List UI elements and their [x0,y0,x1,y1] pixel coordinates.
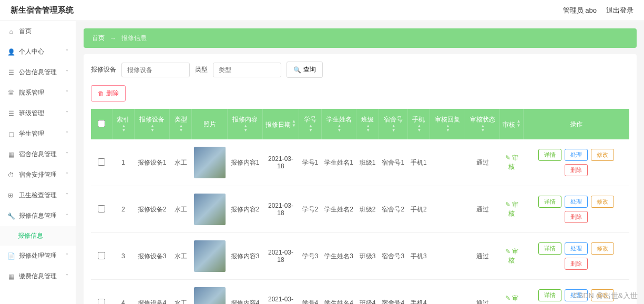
table-header-10[interactable]: 宿舍号▲▼ [379,109,407,139]
cell-status: 通过 [465,233,500,280]
cell-equip: 报修设备2 [135,186,170,233]
sidebar-item-label: 缴费信息管理 [19,272,57,281]
chevron-down-icon: ˅ [66,151,68,157]
cell-phone: 手机1 [407,139,430,186]
admin-label[interactable]: 管理员 abo [563,6,597,15]
sort-icon: ▲▼ [446,124,450,133]
table-header-9[interactable]: 班级▲▼ [356,109,379,139]
sidebar-item-2[interactable]: ☰公告信息管理˅ [0,62,76,83]
table-header-15[interactable]: 操作 [524,109,629,139]
cell-idx: 1 [112,139,135,186]
table-header-6[interactable]: 报修日期▲▼ [262,109,299,139]
cell-cls: 班级1 [356,139,379,186]
table-header-13[interactable]: 审核状态▲▼ [465,109,500,139]
sidebar-item-5[interactable]: ▢学生管理˅ [0,124,76,144]
edit-button[interactable]: 修改 [591,242,614,255]
table-header-3[interactable]: 类型▲▼ [169,109,192,139]
shield-icon: ⛨ [7,192,15,199]
audit-button[interactable]: ✎ 审核 [505,248,518,264]
process-button[interactable]: 处理 [565,196,588,208]
table-header-7[interactable]: 学号▲▼ [299,109,322,139]
delete-button[interactable]: 删除 [565,258,588,270]
cell-content: 报修内容1 [228,139,263,186]
table-header-8[interactable]: 学生姓名▲▼ [321,109,356,139]
detail-button[interactable]: 详情 [538,149,561,161]
sidebar-item-8[interactable]: ⛨卫生检查管理˅ [0,185,76,206]
sidebar-item-9[interactable]: 🔧报修信息管理˄ [0,206,76,226]
thumbnail-image[interactable] [194,287,226,304]
audit-button[interactable]: ✎ 审核 [505,295,518,304]
sidebar-item-label: 个人中心 [19,47,44,56]
audit-button[interactable]: ✎ 审核 [505,154,518,170]
detail-button[interactable]: 详情 [538,289,561,301]
chevron-up-icon: ˄ [66,213,68,219]
table-header-5[interactable]: 报修内容▲▼ [228,109,263,139]
row-checkbox[interactable] [98,299,105,305]
cell-sname: 学生姓名3 [321,233,356,280]
cell-dorm: 宿舍号3 [379,233,407,280]
search-icon: 🔍 [293,66,301,74]
edit-button[interactable]: 修改 [591,196,614,208]
audit-button[interactable]: ✎ 审核 [505,201,518,217]
edit-button[interactable]: 修改 [591,149,614,161]
thumbnail-image[interactable] [194,240,226,272]
sidebar-item-label: 公告信息管理 [19,68,57,77]
select-all-checkbox[interactable] [98,120,105,127]
delete-button[interactable]: 删除 [565,211,588,223]
breadcrumb-current: 报修信息 [121,34,147,43]
breadcrumb-home[interactable]: 首页 [92,34,105,43]
cell-idx: 2 [112,186,135,233]
thumbnail-image[interactable] [194,147,226,178]
process-button[interactable]: 处理 [565,242,588,255]
sidebar-item-6[interactable]: ▦宿舍信息管理˅ [0,144,76,165]
detail-button[interactable]: 详情 [538,196,561,208]
sidebar-item-label: 报修信息管理 [19,211,57,220]
table-header-1[interactable]: 索引▲▼ [112,109,135,139]
type-input[interactable] [213,63,281,77]
row-checkbox[interactable] [98,252,105,259]
data-table: 索引▲▼报修设备▲▼类型▲▼照片报修内容▲▼报修日期▲▼学号▲▼学生姓名▲▼班级… [91,109,629,304]
cell-status: 通过 [465,280,500,305]
cell-status: 通过 [465,186,500,233]
clock-icon: ⏱ [7,171,15,179]
cell-type: 水工 [169,280,192,305]
sidebar-item-label: 学生管理 [19,129,44,138]
detail-button[interactable]: 详情 [538,242,561,255]
bulk-delete-button[interactable]: 🗑 删除 [91,85,126,102]
cell-dorm: 宿舍号1 [379,139,407,186]
table-row: 2 报修设备2 水工 报修内容2 2021-03-18 学号2 学生姓名2 班级… [91,186,629,233]
user-icon: 👤 [7,48,15,56]
row-checkbox[interactable] [98,158,105,166]
sidebar-item-0[interactable]: ⌂首页 [0,21,76,42]
sidebar-item-3[interactable]: 🏛院系管理˅ [0,83,76,103]
cell-date: 2021-03-18 [262,233,299,280]
table-header-12[interactable]: 审核回复▲▼ [430,109,465,139]
search-button[interactable]: 🔍 查询 [287,62,323,78]
row-checkbox[interactable] [98,205,105,212]
table-header-4[interactable]: 照片 [192,109,228,139]
cell-sname: 学生姓名2 [321,186,356,233]
sidebar-item-7[interactable]: ⏱宿舍安排管理˅ [0,165,76,185]
cell-sid: 学号4 [299,280,322,305]
table-header-0[interactable] [91,109,112,139]
grid-icon: ▦ [7,151,15,158]
table-row: 3 报修设备3 水工 报修内容3 2021-03-18 学号3 学生姓名3 班级… [91,233,629,280]
equip-input[interactable] [121,63,190,77]
delete-button[interactable]: 删除 [565,164,588,176]
table-row: 4 报修设备4 水工 报修内容4 2021-03-18 学号4 学生姓名4 班级… [91,280,629,305]
thumbnail-image[interactable] [194,194,226,225]
table-header-14[interactable]: 审核▲▼ [500,109,524,139]
logout-button[interactable]: 退出登录 [606,6,633,15]
sidebar-item-4[interactable]: ☰班级管理˅ [0,103,76,124]
sort-icon: ▲▼ [516,119,520,128]
process-button[interactable]: 处理 [565,149,588,161]
sidebar-item-1[interactable]: 👤个人中心˅ [0,42,76,62]
sidebar-item-11[interactable]: ▦缴费信息管理˅ [0,266,76,287]
sidebar-sub-item[interactable]: 报修信息 [0,226,76,246]
search-row: 报修设备 类型 🔍 查询 [91,62,629,78]
cell-photo [192,139,228,186]
table-header-11[interactable]: 手机▲▼ [407,109,430,139]
cell-equip: 报修设备1 [135,139,170,186]
sidebar-item-10[interactable]: 📄报修处理管理˅ [0,246,76,266]
table-header-2[interactable]: 报修设备▲▼ [135,109,170,139]
